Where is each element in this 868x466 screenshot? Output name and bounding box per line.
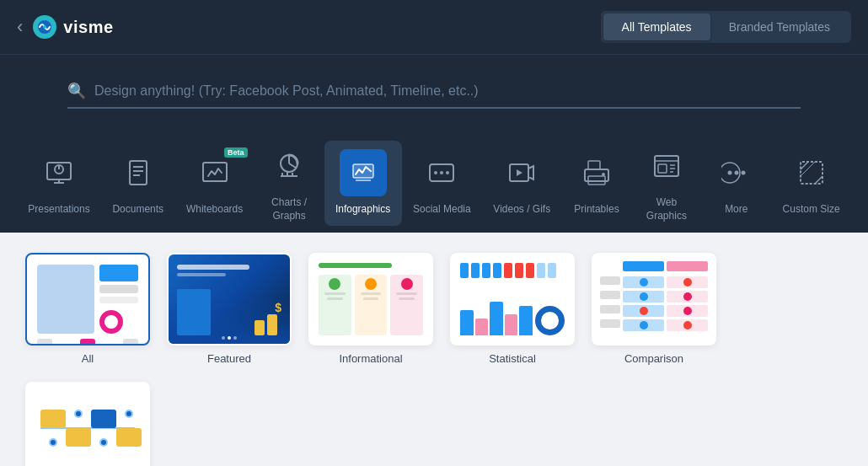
documents-icon xyxy=(123,158,153,188)
subcat-statistical-label: Statistical xyxy=(489,352,536,365)
web-graphics-icon xyxy=(651,151,682,181)
header: ‹ visme All Templates Branded Templates xyxy=(0,0,868,55)
custom-size-icon-box xyxy=(788,149,835,196)
subcat-all-thumb xyxy=(25,253,150,345)
social-media-label: Social Media xyxy=(413,203,471,217)
logo: visme xyxy=(31,13,113,40)
search-input[interactable] xyxy=(94,83,801,99)
svg-point-36 xyxy=(741,170,745,174)
thumb-timeline-visual xyxy=(27,383,148,466)
subcat-statistical[interactable]: Statistical xyxy=(450,253,575,365)
subcat-all[interactable]: All xyxy=(25,253,150,365)
sidebar-item-documents[interactable]: Documents xyxy=(101,141,175,227)
thumb-informational-visual xyxy=(310,254,431,344)
infographics-icon xyxy=(348,158,378,188)
infographics-icon-box xyxy=(340,149,387,196)
subcat-informational-thumb xyxy=(308,253,433,345)
whiteboards-label: Whiteboards xyxy=(186,203,243,217)
branded-templates-tab[interactable]: Branded Templates xyxy=(710,13,849,40)
custom-size-label: Custom Size xyxy=(783,203,840,217)
subcat-featured[interactable]: $ Featured xyxy=(167,253,292,365)
subcat-featured-thumb: $ xyxy=(167,253,292,345)
svg-rect-9 xyxy=(203,163,227,181)
search-section: 🔍 xyxy=(0,55,868,126)
svg-rect-24 xyxy=(588,161,600,169)
thumb-statistical-visual xyxy=(452,254,573,344)
svg-point-21 xyxy=(446,171,449,174)
printables-label: Printables xyxy=(574,203,619,217)
subcat-timeline[interactable]: Timeline xyxy=(25,382,150,466)
subcat-comparison-thumb xyxy=(592,253,716,345)
whiteboards-icon xyxy=(200,158,230,188)
categories-row: Presentations Documents Beta Whiteboards xyxy=(0,126,868,233)
custom-size-icon xyxy=(796,158,827,188)
web-graphics-icon-box xyxy=(643,142,690,190)
more-icon xyxy=(721,158,752,188)
sidebar-item-whiteboards[interactable]: Beta Whiteboards xyxy=(175,141,255,227)
svg-rect-5 xyxy=(130,161,147,185)
sidebar-item-infographics[interactable]: Infographics xyxy=(324,141,402,227)
videos-gifs-label: Videos / Gifs xyxy=(493,203,550,217)
more-label: More xyxy=(725,203,747,217)
subcat-informational[interactable]: Informational xyxy=(308,253,433,365)
sidebar-item-custom-size[interactable]: Custom Size xyxy=(771,141,851,227)
back-button[interactable]: ‹ xyxy=(17,18,23,36)
social-media-icon xyxy=(426,158,457,188)
sidebar-item-more[interactable]: More xyxy=(701,141,771,227)
sidebar-item-charts-graphs[interactable]: Charts / Graphs xyxy=(255,134,324,233)
svg-point-34 xyxy=(727,170,731,174)
svg-point-20 xyxy=(440,171,443,174)
beta-badge: Beta xyxy=(224,147,248,158)
svg-rect-30 xyxy=(658,164,667,173)
subcat-all-label: All xyxy=(82,352,94,365)
main-content: All $ Fea xyxy=(0,233,868,466)
charts-graphs-icon-box xyxy=(265,142,313,190)
sidebar-item-social-media[interactable]: Social Media xyxy=(402,141,482,227)
printables-icon-box xyxy=(573,149,620,196)
more-icon-box xyxy=(713,149,760,196)
documents-label: Documents xyxy=(112,203,163,217)
search-icon: 🔍 xyxy=(67,82,86,100)
charts-graphs-icon xyxy=(274,151,304,181)
web-graphics-label: Web Graphics xyxy=(646,196,687,222)
infographics-label: Infographics xyxy=(335,203,390,217)
sidebar-item-presentations[interactable]: Presentations xyxy=(17,141,101,227)
thumb-featured-visual: $ xyxy=(169,254,290,344)
svg-point-19 xyxy=(434,171,437,174)
social-media-icon-box xyxy=(418,149,465,196)
sidebar-item-videos-gifs[interactable]: Videos / Gifs xyxy=(482,141,562,227)
sidebar-item-web-graphics[interactable]: Web Graphics xyxy=(631,134,701,233)
subcat-informational-label: Informational xyxy=(339,352,402,365)
subcategory-row: All $ Fea xyxy=(25,253,843,466)
sidebar-item-printables[interactable]: Printables xyxy=(562,141,632,227)
charts-graphs-label: Charts / Graphs xyxy=(271,196,307,222)
thumb-comparison-visual xyxy=(593,254,715,344)
subcat-comparison-label: Comparison xyxy=(624,352,683,365)
presentations-icon-box xyxy=(35,149,83,196)
svg-point-35 xyxy=(734,170,738,174)
svg-point-27 xyxy=(602,173,605,176)
thumb-all-visual xyxy=(27,254,148,344)
subcat-statistical-thumb xyxy=(450,253,575,345)
svg-marker-23 xyxy=(517,169,522,176)
videos-gifs-icon-box xyxy=(498,149,545,196)
documents-icon-box xyxy=(115,149,162,196)
subcat-comparison[interactable]: Comparison xyxy=(592,253,716,365)
all-templates-tab[interactable]: All Templates xyxy=(603,13,710,40)
videos-gifs-icon xyxy=(506,158,537,188)
presentations-label: Presentations xyxy=(28,203,89,217)
visme-logo-icon xyxy=(31,13,58,40)
search-bar: 🔍 xyxy=(67,75,801,109)
subcat-featured-label: Featured xyxy=(207,352,251,365)
presentations-icon xyxy=(44,158,74,188)
logo-text: visme xyxy=(63,18,113,37)
printables-icon xyxy=(581,158,612,188)
template-tab-group: All Templates Branded Templates xyxy=(601,11,851,43)
subcat-timeline-thumb xyxy=(25,382,150,466)
svg-point-2 xyxy=(43,25,46,29)
